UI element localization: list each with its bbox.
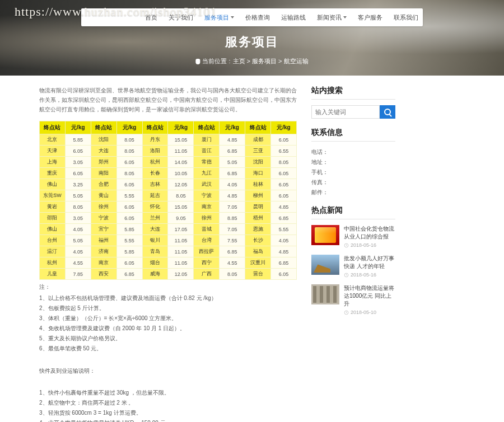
- table-cell: 4.85: [220, 190, 245, 201]
- news-date: 2018-05-16: [344, 272, 395, 278]
- table-row: 佛山3.25合肥6.05吉林12.05武汉4.05桂林6.05: [40, 179, 297, 190]
- table-cell: 宜宁: [91, 224, 116, 235]
- table-cell: 银川: [142, 235, 168, 246]
- nav-item-7[interactable]: 联系我们: [394, 13, 418, 22]
- table-cell: 5.05: [220, 157, 245, 168]
- price-th: 终点站: [245, 121, 271, 134]
- table-row: 杭州4.55南京6.05烟台11.05西宁4.55汉重川6.85: [40, 257, 297, 269]
- table-cell: 黄山: [91, 190, 116, 201]
- price-th: 终点站: [142, 121, 168, 134]
- location-icon: [195, 59, 200, 64]
- table-cell: 柳州: [245, 190, 271, 201]
- table-cell: 12.05: [168, 179, 194, 190]
- table-cell: 14.05: [168, 157, 194, 168]
- table-cell: 4.05: [65, 224, 91, 235]
- table-cell: 7.55: [220, 235, 245, 246]
- table-cell: 晋江: [194, 146, 220, 157]
- price-th: 终点站: [194, 121, 220, 134]
- table-cell: 11.05: [168, 257, 194, 269]
- table-cell: 4.85: [271, 201, 297, 213]
- breadcrumb-link[interactable]: 航空运输: [284, 58, 309, 64]
- table-cell: 15.05: [168, 134, 194, 146]
- table-cell: 6.85: [220, 168, 245, 179]
- table-cell: 8.05: [271, 157, 297, 168]
- note-line: 2、航空物中文：商住两不超过 2 米 。: [39, 399, 297, 407]
- contact-line: 手机：: [311, 167, 395, 177]
- note-line: 1、以上价格不包括机场管理费、建议费及地面运费（合计 0.82 元 /kg）: [39, 294, 297, 302]
- table-cell: 恩施: [245, 224, 271, 235]
- contact-line: 电话：: [311, 147, 395, 157]
- table-cell: 5.05: [65, 190, 91, 201]
- breadcrumb-link[interactable]: 主页: [233, 58, 245, 64]
- table-cell: 8.85: [220, 213, 245, 224]
- chevron-down-icon: [343, 16, 347, 18]
- news-item[interactable]: 批发小额几人好万事 快递 人才的年轻2018-05-16: [311, 255, 395, 278]
- table-cell: 6.85: [220, 146, 245, 157]
- search-input[interactable]: [311, 105, 380, 119]
- table-cell: 宁波: [91, 213, 116, 224]
- table-row: 邵阳3.05宁波6.05兰州9.05徐州8.85梧州6.85: [40, 213, 297, 224]
- nav-item-1[interactable]: 关于我们: [169, 13, 193, 22]
- note-line: 5、重大及长期协议户价格另议。: [39, 335, 297, 343]
- nav-item-0[interactable]: 首页: [145, 13, 157, 22]
- table-cell: 15.05: [168, 201, 194, 213]
- table-cell: 济南: [91, 246, 116, 257]
- table-cell: 西拉萨: [194, 246, 220, 257]
- table-cell: 三亚: [245, 146, 271, 157]
- breadcrumb-link[interactable]: 服务项目: [252, 58, 277, 64]
- table-cell: 6.85: [116, 269, 142, 280]
- price-th: 元/kg: [220, 121, 245, 134]
- news-thumb: [311, 255, 339, 275]
- table-cell: 大连: [91, 146, 116, 157]
- table-cell: 长沙: [245, 235, 271, 246]
- table-cell: 6.05: [271, 134, 297, 146]
- news-thumb: [311, 284, 339, 304]
- table-row: 儿皇7.85西安6.85威海12.05广西8.05营台6.05: [40, 269, 297, 280]
- table-cell: 南阳: [91, 168, 116, 179]
- table-cell: 6.05: [116, 179, 142, 190]
- table-row: 东莞SW5.05黄山5.55延吉8.05宁波4.85柳州6.05: [40, 190, 297, 201]
- news-title: 中国社会化货仓物流从业人口的综合报: [344, 225, 395, 241]
- table-cell: 南京: [194, 201, 220, 213]
- table-cell: 8.05: [65, 201, 91, 213]
- table-cell: 合肥: [91, 179, 116, 190]
- table-cell: 杭州: [40, 257, 66, 269]
- table-cell: 北京: [40, 134, 66, 146]
- table-row: 天津6.05大连8.05洛阳11.05晋江6.85三亚6.55: [40, 146, 297, 157]
- table-cell: 17.05: [168, 224, 194, 235]
- search-button[interactable]: [380, 105, 395, 119]
- nav-item-6[interactable]: 客户服务: [358, 13, 382, 22]
- table-cell: 6.05: [116, 257, 142, 269]
- nav-item-4[interactable]: 运输路线: [281, 13, 306, 22]
- table-cell: 4.05: [65, 246, 91, 257]
- table-cell: 丹东: [142, 134, 168, 146]
- table-cell: 7.85: [65, 269, 91, 280]
- table-cell: 武汉: [194, 179, 220, 190]
- price-th: 终点站: [91, 121, 116, 134]
- nav-item-2[interactable]: 服务项目: [204, 13, 234, 22]
- price-th: 元/kg: [271, 121, 297, 134]
- note-line: 2、包板费按起 5 斤计算。: [39, 304, 297, 312]
- table-cell: 5.85: [116, 224, 142, 235]
- table-cell: 台湾: [194, 235, 220, 246]
- news-item[interactable]: 中国社会化货仓物流从业人口的综合报2018-05-16: [311, 225, 395, 248]
- clock-icon: [344, 310, 349, 315]
- news-item[interactable]: 预计电商物流运量将达1000亿元 同比上升2018-05-10: [311, 284, 395, 315]
- contact-line: 地址：: [311, 157, 395, 167]
- nav-item-3[interactable]: 价格查询: [245, 13, 270, 22]
- table-cell: 4.55: [65, 257, 91, 269]
- table-cell: 9.05: [168, 213, 194, 224]
- table-cell: 6.05: [271, 190, 297, 201]
- nav-item-5[interactable]: 新闻资讯: [317, 13, 347, 22]
- sidebar-search-title: 站内搜索: [311, 86, 395, 100]
- price-table: 终点站元/kg终点站元/kg终点站元/kg终点站元/kg终点站元/kg 北京5.…: [39, 121, 297, 280]
- table-cell: 6.05: [116, 157, 142, 168]
- table-cell: 南京: [91, 257, 116, 269]
- table-cell: 吉林: [142, 179, 168, 190]
- main-content: 物流有限公司深耕深圳至全国、世界各地航空货物运输业务，我公司与国内各大航空公司建…: [39, 86, 297, 422]
- table-cell: 11.05: [168, 146, 194, 157]
- table-cell: 佛山: [40, 224, 66, 235]
- table-cell: 徐州: [91, 201, 116, 213]
- table-cell: 烟台: [142, 257, 168, 269]
- table-cell: 东莞SW: [40, 190, 66, 201]
